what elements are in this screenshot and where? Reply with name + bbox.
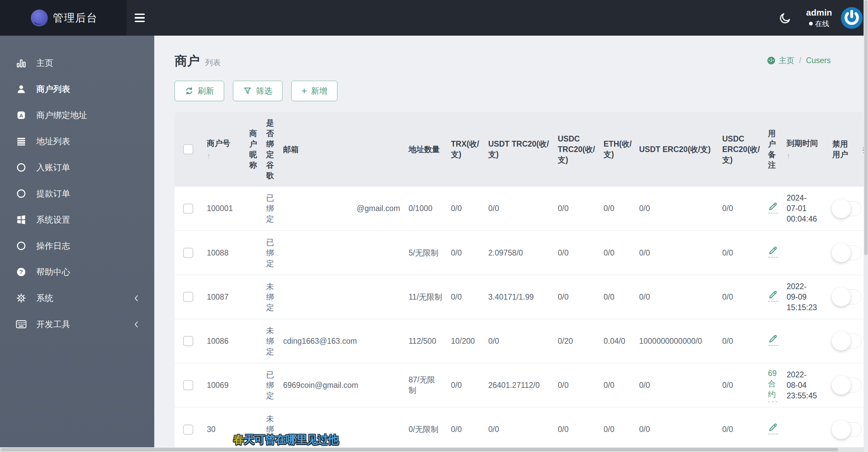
sort-arrow-icon[interactable]: ↑ — [787, 151, 824, 161]
row-checkbox[interactable] — [183, 380, 193, 390]
svg-text:?: ? — [19, 269, 23, 275]
filter-button[interactable]: 筛选 — [233, 81, 282, 101]
cell-eth: 0/0 — [595, 275, 631, 319]
user-menu[interactable]: admin 在线 — [806, 7, 832, 29]
toggle-knob — [832, 243, 851, 262]
edit-remark-button[interactable] — [768, 334, 778, 346]
disable-user-toggle[interactable] — [832, 378, 862, 393]
sidebar-item-merchant-bind-address[interactable]: A商户绑定地址 — [0, 102, 154, 128]
edit-remark-button[interactable] — [768, 422, 778, 434]
refresh-button[interactable]: 刷新 — [175, 81, 224, 101]
add-button[interactable]: + 新增 — [291, 81, 337, 101]
cell-trx: 0/0 — [442, 407, 480, 447]
sidebar-item-operation-log[interactable]: 操作日志 — [0, 233, 154, 259]
sidebar-item-home[interactable]: 主页 — [0, 50, 154, 76]
horizontal-scrollbar — [0, 447, 864, 452]
cell-address_count: 112/500 — [400, 319, 442, 363]
sidebar-item-label: 操作日志 — [36, 240, 70, 251]
cell-usdt_erc20: 0/0 — [631, 407, 714, 447]
topbar: 管理后台 admin 在线 — [0, 0, 868, 36]
cell-disable — [824, 319, 854, 363]
user-name: admin — [806, 7, 832, 18]
column-header-usdt_trc20: USDT TRC20(收/支) — [480, 112, 549, 187]
app-title: 管理后台 — [53, 11, 98, 25]
table-row: 100001已绑定@gmail.com0/10000/00/00/00/00/0… — [175, 187, 865, 231]
cell-usdt_erc20: 0/0 — [631, 363, 714, 407]
sidebar-item-help-center[interactable]: ?帮助中心 — [0, 259, 154, 285]
cell-usdt_erc20: 0/0 — [631, 231, 714, 275]
cell-usdc_trc20: 0/0 — [549, 187, 595, 231]
main-content: 商户 列表 主页 / Cusers 刷新 — [154, 36, 868, 447]
cell-google_bound: 已绑定 — [258, 363, 275, 407]
column-header-checkbox — [175, 112, 198, 187]
menu-toggle-button[interactable] — [135, 14, 145, 22]
table-row: 10086未绑定cding1663@163.com112/50010/2000/… — [175, 319, 865, 363]
window-grid-icon — [15, 214, 27, 226]
cell-usdc_erc20: 0/0 — [714, 187, 760, 231]
disable-user-toggle[interactable] — [832, 289, 862, 304]
cell-nickname — [241, 319, 258, 363]
row-checkbox[interactable] — [183, 425, 193, 435]
cell-usdt_trc20: 0/0 — [480, 187, 549, 231]
row-checkbox[interactable] — [183, 248, 193, 258]
theme-toggle-button[interactable] — [779, 12, 792, 24]
sidebar-item-address-list[interactable]: 地址列表 — [0, 128, 154, 154]
vertical-scrollbar-thumb[interactable] — [864, 0, 868, 255]
toolbar: 刷新 筛选 + 新增 — [154, 70, 868, 101]
cell-nickname — [241, 231, 258, 275]
cell-address_count: 5/无限制 — [400, 231, 442, 275]
disable-user-toggle[interactable] — [832, 201, 862, 216]
column-header-remark: 用户备注 — [760, 112, 778, 187]
dashboard-icon — [767, 56, 776, 65]
edit-remark-button[interactable] — [768, 201, 778, 213]
cell-usdc_erc20: 0/0 — [714, 407, 760, 447]
breadcrumb-home-link[interactable]: 主页 — [779, 55, 794, 66]
cell-expire — [778, 231, 824, 275]
vertical-scrollbar — [864, 0, 868, 452]
table-row: 10069已绑定6969coin@gmail.com87/无限制0/026401… — [175, 363, 865, 407]
column-header-eth: ETH(收/支) — [595, 112, 631, 187]
subtitle-watermark: 春天可曾在哪里见过他 — [233, 432, 338, 447]
cell-usdc_trc20: 0/0 — [549, 407, 595, 447]
logout-button[interactable] — [841, 7, 863, 29]
toggle-knob — [832, 420, 851, 439]
cell-eth: 0/0 — [595, 187, 631, 231]
disable-user-toggle[interactable] — [832, 245, 862, 260]
sidebar-item-deposit-orders[interactable]: 入账订单 — [0, 154, 154, 181]
cell-usdc_erc20: 0/0 — [714, 363, 760, 407]
table-header-row: 商户号↑商户昵称是否绑定谷歌邮箱地址数量TRX(收/支)USDT TRC20(收… — [175, 112, 865, 187]
sidebar-item-dev-tools[interactable]: 开发工具 — [0, 311, 154, 337]
cell-merchant_id: 10086 — [198, 319, 241, 363]
plus-icon: + — [301, 86, 307, 96]
sidebar-item-system[interactable]: 系统 — [0, 285, 154, 311]
horizontal-scrollbar-thumb[interactable] — [1, 448, 838, 451]
address-badge-icon: A — [15, 109, 27, 121]
cell-eth: 0/0 — [595, 407, 631, 447]
toggle-knob — [832, 287, 851, 306]
cell-expire — [778, 407, 824, 447]
column-header-usdc_trc20: USDC TRC20(收/支) — [549, 112, 595, 187]
sidebar-item-system-settings[interactable]: 系统设置 — [0, 207, 154, 233]
remark-link[interactable]: 69合约 — [768, 368, 777, 402]
sidebar-item-merchant-list[interactable]: 商户列表 — [0, 76, 154, 102]
edit-remark-button[interactable] — [768, 289, 778, 302]
user-status: 在线 — [806, 19, 832, 29]
cell-address_count: 0/无限制 — [400, 407, 442, 447]
sidebar-item-withdrawal-orders[interactable]: 提款订单 — [0, 181, 154, 207]
cell-email: 6969coin@gmail.com — [275, 363, 400, 407]
breadcrumb: 主页 / Cusers — [767, 55, 831, 66]
edit-remark-button[interactable] — [768, 245, 778, 258]
cell-trx: 0/0 — [442, 187, 480, 231]
sort-arrow-icon[interactable]: ↑ — [207, 151, 241, 161]
disable-user-toggle[interactable] — [832, 422, 862, 437]
cell-usdt_trc20: 0/0 — [480, 407, 549, 447]
page-subtitle: 列表 — [205, 57, 221, 68]
disable-user-toggle[interactable] — [832, 334, 862, 349]
sidebar-item-label: 系统设置 — [36, 214, 70, 225]
select-all-checkbox[interactable] — [183, 144, 193, 154]
row-checkbox[interactable] — [183, 336, 193, 346]
filter-icon — [243, 87, 252, 95]
cell-trx: 10/200 — [442, 319, 480, 363]
row-checkbox[interactable] — [183, 204, 193, 214]
row-checkbox[interactable] — [183, 292, 193, 302]
